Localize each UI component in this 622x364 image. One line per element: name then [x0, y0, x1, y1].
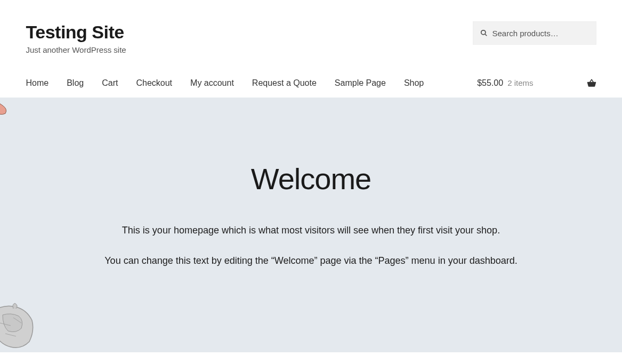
nav-row: Home Blog Cart Checkout My account Reque… [26, 78, 596, 98]
search-input[interactable] [473, 21, 596, 45]
branding: Testing Site Just another WordPress site [26, 21, 473, 54]
svg-point-0 [481, 30, 485, 35]
nav-item-blog[interactable]: Blog [67, 78, 84, 87]
decoration-image-bottom [0, 294, 53, 352]
nav-item-shop[interactable]: Shop [404, 78, 424, 87]
nav-item-checkout[interactable]: Checkout [136, 78, 172, 87]
nav-item-cart[interactable]: Cart [102, 78, 118, 87]
nav-item-sample-page[interactable]: Sample Page [335, 78, 386, 87]
basket-icon [587, 78, 596, 88]
nav-item-request-quote[interactable]: Request a Quote [252, 78, 317, 87]
site-tagline: Just another WordPress site [26, 45, 473, 54]
header-top-row: Testing Site Just another WordPress site [26, 21, 596, 54]
page-title: Welcome [11, 161, 611, 196]
cart-price: $55.00 [477, 78, 503, 88]
site-header: Testing Site Just another WordPress site… [26, 0, 596, 98]
cart-count: 2 items [507, 78, 533, 87]
cart-link[interactable]: $55.00 2 items [477, 78, 596, 88]
decoration-image-top [0, 98, 27, 119]
svg-line-1 [484, 34, 487, 36]
nav-menu: Home Blog Cart Checkout My account Reque… [26, 78, 424, 88]
search-icon [480, 29, 488, 37]
search-container [473, 21, 596, 45]
hero-paragraph-1: This is your homepage which is what most… [71, 223, 551, 238]
search-box [473, 21, 596, 45]
hero-paragraph-2: You can change this text by editing the … [71, 253, 551, 269]
nav-item-home[interactable]: Home [26, 78, 49, 87]
site-title[interactable]: Testing Site [26, 21, 473, 43]
hero-section: Welcome This is your homepage which is w… [0, 98, 622, 353]
nav-item-my-account[interactable]: My account [190, 78, 234, 87]
